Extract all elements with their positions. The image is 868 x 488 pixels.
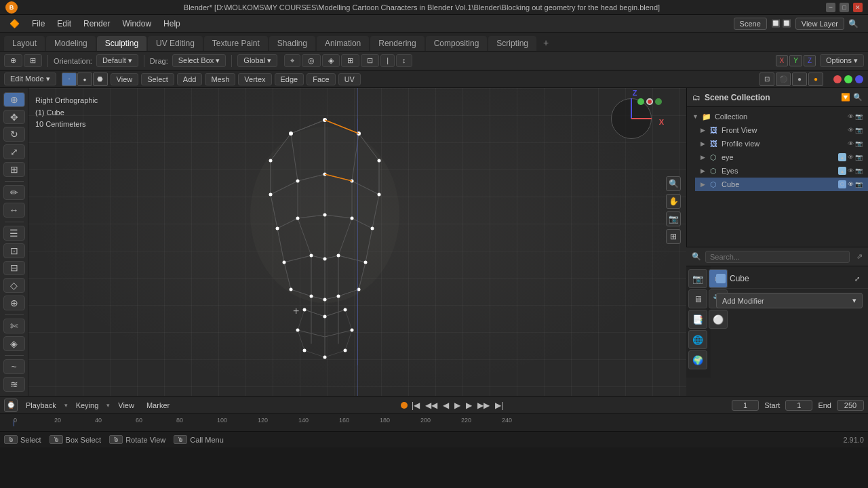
render-props-btn[interactable]: 📷 xyxy=(688,269,707,288)
tab-shading[interactable]: Shading xyxy=(269,36,315,51)
tab-animation[interactable]: Animation xyxy=(317,36,369,51)
eyes-render[interactable]: 📷 xyxy=(855,167,863,174)
tree-item-profile-view[interactable]: ▶ 🖼 Profile view 👁 📷 xyxy=(695,137,868,150)
face-btn[interactable]: Face xyxy=(307,73,335,85)
tab-rendering[interactable]: Rendering xyxy=(370,36,424,51)
rendered-shading-btn[interactable]: ● xyxy=(808,73,823,86)
timeline-view-btn[interactable]: View xyxy=(114,400,138,411)
tree-item-collection[interactable]: ▼ 📁 Collection 👁 📷 xyxy=(687,110,868,123)
keying-btn[interactable]: Keying xyxy=(72,400,103,411)
prev-keyframe-btn[interactable]: ◀◀ xyxy=(424,399,439,411)
blender-menu[interactable]: 🔶 xyxy=(4,18,25,30)
cube-render[interactable]: 📷 xyxy=(855,181,863,188)
randomize-tool[interactable]: ≋ xyxy=(3,377,25,392)
scale-tool[interactable]: ⤢ xyxy=(3,144,25,159)
grid-btn[interactable]: ⊞ xyxy=(666,229,681,244)
help-menu[interactable]: Help xyxy=(158,18,186,30)
world-props-btn[interactable]: 🌍 xyxy=(688,350,707,369)
jump-to-end-btn[interactable]: ▶| xyxy=(494,399,505,411)
prop-filter-icon[interactable]: ⇗ xyxy=(856,252,863,261)
view-btn[interactable]: View xyxy=(111,73,139,85)
fv-render[interactable]: 📷 xyxy=(855,127,863,134)
tab-sculpting[interactable]: Sculpting xyxy=(97,36,146,51)
inset-tool[interactable]: ⊟ xyxy=(3,261,25,276)
marker-btn[interactable]: Marker xyxy=(142,400,174,411)
close-button[interactable]: ✕ xyxy=(853,3,863,12)
loop-cut-tool[interactable]: ⊕ xyxy=(3,296,25,310)
view-layer-props-btn[interactable]: 📑 xyxy=(688,310,707,329)
scene-icon-2[interactable]: 🔲 xyxy=(782,19,791,28)
smooth-tool[interactable]: ~ xyxy=(3,359,25,374)
prev-frame-btn[interactable]: ◀ xyxy=(441,399,450,411)
scene-icon-1[interactable]: 🔲 xyxy=(771,19,781,28)
render-menu[interactable]: Render xyxy=(78,18,115,30)
uv-btn[interactable]: UV xyxy=(338,73,361,85)
mesh-btn[interactable]: Mesh xyxy=(205,73,235,85)
current-frame-input[interactable] xyxy=(732,400,759,411)
camera-btn[interactable]: 📷 xyxy=(666,211,681,226)
options-btn[interactable]: Options ▾ xyxy=(820,54,864,67)
select-btn[interactable]: Select xyxy=(141,73,174,85)
annotate-tool[interactable]: ✏ xyxy=(3,185,25,200)
file-menu[interactable]: File xyxy=(26,18,50,30)
render-icon[interactable]: 📷 xyxy=(855,113,863,120)
extrude-tool[interactable]: ⊡ xyxy=(3,243,25,258)
object-options-btn[interactable]: ⤢ xyxy=(852,273,863,284)
view-layer-selector[interactable]: View Layer xyxy=(795,18,844,30)
x-axis-btn[interactable]: X xyxy=(776,55,789,66)
jump-to-start-btn[interactable]: |◀ xyxy=(410,399,421,411)
proportional-icon[interactable]: ◎ xyxy=(302,54,321,67)
filter-icon[interactable]: 🔽 xyxy=(841,93,850,102)
poly-build[interactable]: ◈ xyxy=(3,336,25,351)
scene-props-btn[interactable]: 🌐 xyxy=(688,330,707,349)
mode-selector[interactable]: Edit Mode ▾ xyxy=(4,73,56,85)
minimize-button[interactable]: – xyxy=(826,3,835,12)
tab-texture-paint[interactable]: Texture Paint xyxy=(204,36,268,51)
drag-selector[interactable]: Select Box ▾ xyxy=(172,54,226,67)
tab-uv-editing[interactable]: UV Editing xyxy=(148,36,203,51)
y-axis-btn[interactable]: Y xyxy=(789,55,802,66)
cube-vis[interactable]: 👁 xyxy=(848,181,854,188)
gizmo-y-dot[interactable] xyxy=(844,75,852,83)
prop-icon-6[interactable]: ↕ xyxy=(396,54,412,67)
search-icon[interactable]: 🔍 xyxy=(848,19,859,28)
tab-scripting[interactable]: Scripting xyxy=(488,36,536,51)
prop-icon-2[interactable]: ◈ xyxy=(322,54,340,67)
gizmo-x-dot[interactable] xyxy=(833,75,842,83)
move-tool[interactable]: ✥ xyxy=(3,110,25,125)
viewport[interactable]: Right Orthographic (1) Cube 10 Centimete… xyxy=(28,88,686,396)
window-menu[interactable]: Window xyxy=(117,18,157,30)
properties-search[interactable] xyxy=(705,251,850,263)
prop-icon-3[interactable]: ⊞ xyxy=(341,54,359,67)
prop-search-icon[interactable]: 🔍 xyxy=(692,252,701,261)
add-workspace-tab[interactable]: + xyxy=(538,35,554,51)
tab-modeling[interactable]: Modeling xyxy=(46,36,96,51)
timeline-strip[interactable]: 0 20 40 60 80 100 120 140 160 180 200 22… xyxy=(0,413,868,431)
prop-icon-5[interactable]: | xyxy=(380,54,395,67)
keyframe-dot[interactable] xyxy=(401,402,408,409)
measure-tool[interactable]: ↔ xyxy=(3,203,25,218)
window-controls[interactable]: – □ ✕ xyxy=(826,3,863,12)
vertex-mode-btn[interactable]: ⬝ xyxy=(62,73,77,86)
tree-item-cube[interactable]: ▶ ⬡ Cube ⬡ 👁 📷 xyxy=(695,178,868,191)
pv-vis[interactable]: 👁 xyxy=(848,140,854,147)
face-mode-btn[interactable]: ⬣ xyxy=(93,73,108,86)
visibility-icon[interactable]: 👁 xyxy=(848,113,854,120)
z-axis-btn[interactable]: Z xyxy=(804,55,816,66)
bevel-tool[interactable]: ◇ xyxy=(3,278,25,293)
eyes-vis[interactable]: 👁 xyxy=(848,167,854,174)
wireframe-shading-btn[interactable]: ⊡ xyxy=(760,73,774,86)
end-frame-input[interactable] xyxy=(837,400,864,411)
rotate-tool[interactable]: ↻ xyxy=(3,127,25,142)
solid-shading-btn[interactable]: ⚫ xyxy=(776,73,791,86)
eye-render[interactable]: 📷 xyxy=(855,154,863,161)
play-btn[interactable]: ▶ xyxy=(453,399,462,411)
pv-render[interactable]: 📷 xyxy=(855,140,863,147)
next-keyframe-btn[interactable]: ▶▶ xyxy=(476,399,491,411)
eye-vis[interactable]: 👁 xyxy=(848,154,854,161)
knife-tool[interactable]: ✄ xyxy=(3,319,25,333)
orientation-selector[interactable]: Default ▾ xyxy=(96,54,138,67)
tab-layout[interactable]: Layout xyxy=(4,36,45,51)
transform-space[interactable]: Global ▾ xyxy=(237,54,277,67)
tree-item-front-view[interactable]: ▶ 🖼 Front View 👁 📷 xyxy=(695,123,868,137)
